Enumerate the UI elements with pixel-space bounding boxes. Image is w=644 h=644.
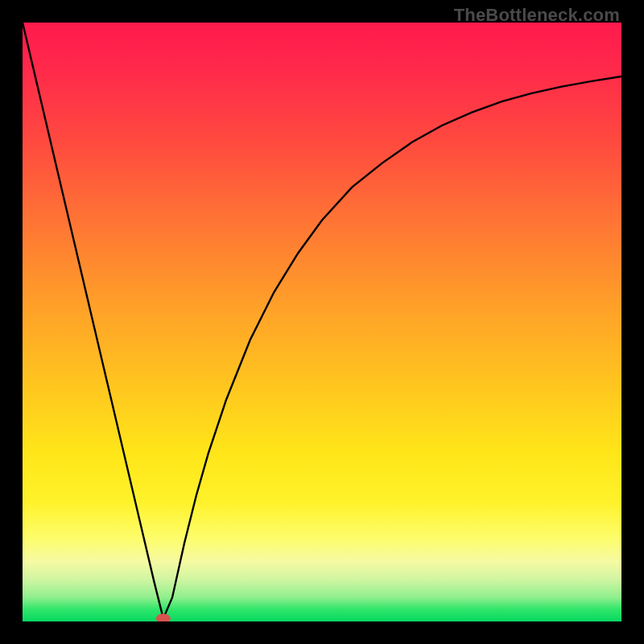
min-marker — [156, 613, 171, 621]
plot-area — [23, 23, 621, 621]
curve-layer — [23, 23, 621, 621]
bottleneck-curve — [23, 23, 621, 618]
chart-frame: TheBottleneck.com — [0, 0, 644, 644]
